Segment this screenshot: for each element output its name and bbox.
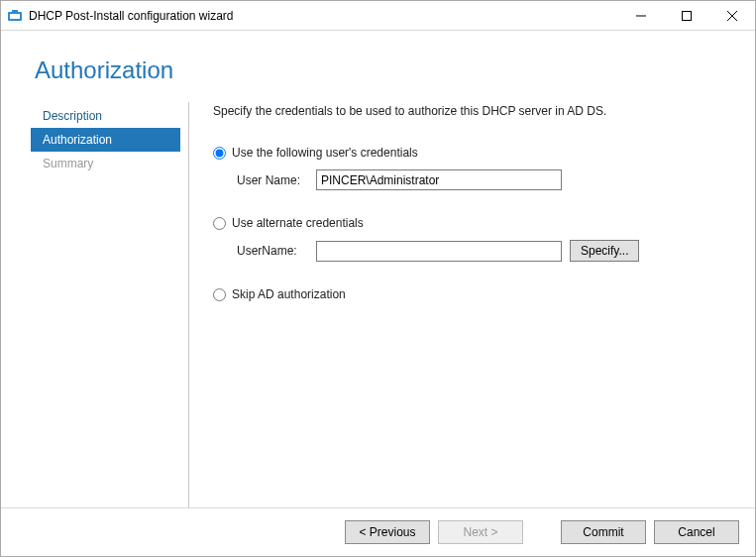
next-button: Next > [438,520,523,544]
specify-button[interactable]: Specify... [570,240,639,262]
step-description[interactable]: Description [31,104,180,128]
username2-input[interactable] [316,241,562,262]
titlebar: DHCP Post-Install configuration wizard [1,1,755,31]
option-use-following-credentials: Use the following user's credentials Use… [213,146,717,190]
wizard-footer: < Previous Next > Commit Cancel [1,507,755,556]
radio-use-following-label: Use the following user's credentials [232,146,418,160]
wizard-content: Specify the credentials to be used to au… [189,102,725,507]
window-title: DHCP Post-Install configuration wizard [29,9,234,23]
radio-skip-ad[interactable] [213,288,226,301]
step-summary: Summary [31,152,180,175]
option-use-alternate-credentials: Use alternate credentials UserName: Spec… [213,216,717,262]
option-skip-ad-authorization: Skip AD authorization [213,287,717,301]
radio-use-following[interactable] [213,147,226,160]
commit-button[interactable]: Commit [561,520,646,544]
svg-rect-1 [10,14,20,19]
previous-button[interactable]: < Previous [345,520,430,544]
instruction-text: Specify the credentials to be used to au… [213,104,717,118]
maximize-button[interactable] [664,1,709,31]
cancel-button[interactable]: Cancel [654,520,739,544]
radio-use-alternate[interactable] [213,217,226,230]
close-button[interactable] [709,1,755,31]
wizard-window: DHCP Post-Install configuration wizard A… [0,0,756,557]
page-title: Authorization [35,56,725,84]
username1-input[interactable] [316,169,562,190]
username2-label: UserName: [237,244,308,258]
step-authorization[interactable]: Authorization [31,128,180,152]
svg-rect-4 [683,11,692,20]
username1-label: User Name: [237,173,308,187]
radio-skip-ad-label: Skip AD authorization [232,287,346,301]
minimize-button[interactable] [618,1,664,31]
svg-rect-2 [12,10,18,13]
wizard-steps-sidebar: Description Authorization Summary [31,102,189,507]
app-icon [7,8,23,24]
radio-use-alternate-label: Use alternate credentials [232,216,364,230]
